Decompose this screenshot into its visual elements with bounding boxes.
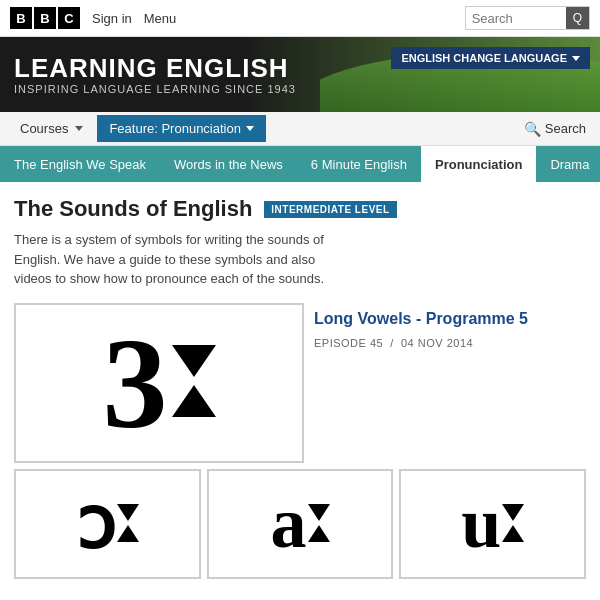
small-symbol-box-1[interactable]: ɔ xyxy=(14,469,201,579)
courses-dropdown[interactable]: Courses xyxy=(10,115,93,142)
symbol-a: a xyxy=(271,482,307,565)
right-panel: Long Vowels - Programme 5 EPISODE 45 / 0… xyxy=(314,303,586,463)
episode-link[interactable]: Long Vowels - Programme 5 xyxy=(314,309,586,330)
feature-label: Feature: Pronunciation xyxy=(109,121,241,136)
content-grid: 3 Long Vowels - Programme 5 EPISODE 45 /… xyxy=(14,303,586,579)
banner-title: LEARNING ENGLISH xyxy=(14,54,296,83)
feature-dropdown[interactable]: Feature: Pronunciation xyxy=(97,115,266,142)
page-description: There is a system of symbols for writing… xyxy=(14,230,334,289)
top-search-bar[interactable]: Q xyxy=(465,6,590,30)
search-icon: 🔍 xyxy=(524,121,541,137)
sign-in-link[interactable]: Sign in xyxy=(92,11,132,26)
bbc-c: C xyxy=(58,7,80,29)
triangle-up-icon xyxy=(172,385,216,417)
banner-subtitle: INSPIRING LANGUAGE LEARNING SINCE 1943 xyxy=(14,83,296,95)
grid-bottom-row: ɔ a u xyxy=(14,469,586,579)
subnav-item-words-news[interactable]: Words in the News xyxy=(160,146,297,182)
chevron-down-icon xyxy=(246,126,254,131)
search-button[interactable]: Q xyxy=(566,7,589,29)
language-label: ENGLISH CHANGE LANGUAGE xyxy=(401,52,567,64)
triangle-up-icon xyxy=(117,525,139,542)
triangle-down-icon xyxy=(172,345,216,377)
symbol-open-o: ɔ xyxy=(76,481,116,566)
bbc-b2: B xyxy=(34,7,56,29)
phonetic-length-mark-small-1 xyxy=(117,504,139,542)
subnav-item-pronunciation[interactable]: Pronunciation xyxy=(421,146,536,182)
change-language-button[interactable]: ENGLISH CHANGE LANGUAGE xyxy=(391,47,590,69)
courses-label: Courses xyxy=(20,121,68,136)
subnav-item-english-we-speak[interactable]: The English We Speak xyxy=(0,146,160,182)
episode-date: 04 NOV 2014 xyxy=(401,337,473,349)
chevron-down-icon xyxy=(75,126,83,131)
phonetic-length-mark-large xyxy=(172,345,216,417)
symbol-3: 3 xyxy=(103,318,168,448)
nav-bar: Courses Feature: Pronunciation 🔍 Search xyxy=(0,112,600,146)
top-bar: B B C Sign in Menu Q xyxy=(0,0,600,37)
triangle-down-icon xyxy=(502,504,524,521)
chevron-down-icon xyxy=(572,56,580,61)
triangle-up-icon xyxy=(502,525,524,542)
search-label: Search xyxy=(545,121,586,136)
main-content: The Sounds of English INTERMEDIATE LEVEL… xyxy=(0,182,600,579)
menu-button[interactable]: Menu xyxy=(144,11,177,26)
episode-number: EPISODE 45 xyxy=(314,337,383,349)
triangle-down-icon xyxy=(117,504,139,521)
phonetic-symbol-small-3: u xyxy=(461,482,524,565)
small-symbol-box-3[interactable]: u xyxy=(399,469,586,579)
triangle-down-icon xyxy=(308,504,330,521)
phonetic-symbol-small-1: ɔ xyxy=(76,481,139,566)
symbol-u: u xyxy=(461,482,501,565)
banner: LEARNING ENGLISH INSPIRING LANGUAGE LEAR… xyxy=(0,37,600,112)
phonetic-symbol-small-2: a xyxy=(271,482,330,565)
subnav-item-6min-english[interactable]: 6 Minute English xyxy=(297,146,421,182)
search-input[interactable] xyxy=(466,8,566,29)
page-title: The Sounds of English xyxy=(14,196,252,222)
triangle-up-icon xyxy=(308,525,330,542)
page-title-row: The Sounds of English INTERMEDIATE LEVEL xyxy=(14,196,586,222)
big-symbol-box[interactable]: 3 xyxy=(14,303,304,463)
bbc-logo[interactable]: B B C xyxy=(10,7,80,29)
nav-search[interactable]: 🔍 Search xyxy=(524,121,590,137)
episode-meta: EPISODE 45 / 04 NOV 2014 xyxy=(314,337,586,349)
phonetic-symbol-large: 3 xyxy=(103,318,216,448)
banner-text: LEARNING ENGLISH INSPIRING LANGUAGE LEAR… xyxy=(14,54,296,95)
phonetic-length-mark-small-2 xyxy=(308,504,330,542)
subnav-item-drama[interactable]: Drama xyxy=(536,146,600,182)
bbc-b1: B xyxy=(10,7,32,29)
small-symbol-box-2[interactable]: a xyxy=(207,469,394,579)
level-badge: INTERMEDIATE LEVEL xyxy=(264,201,396,218)
sub-nav: The English We Speak Words in the News 6… xyxy=(0,146,600,182)
grid-top-row: 3 Long Vowels - Programme 5 EPISODE 45 /… xyxy=(14,303,586,463)
phonetic-length-mark-small-3 xyxy=(502,504,524,542)
